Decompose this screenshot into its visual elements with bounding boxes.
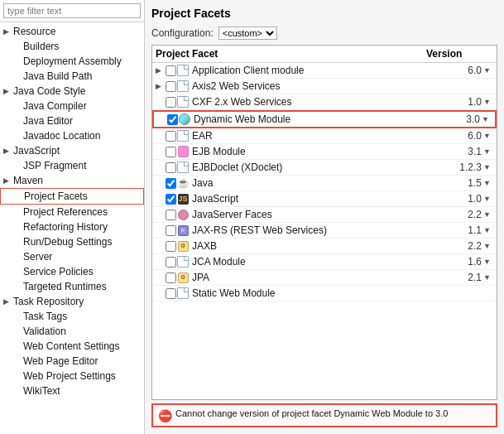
sidebar-item[interactable]: ▶Resource [0, 24, 144, 39]
version-dropdown-icon[interactable]: ▼ [483, 258, 493, 266]
jar-icon [176, 145, 190, 158]
facet-row: ▶Axis2 Web Services [152, 79, 497, 94]
version-dropdown-icon[interactable]: ▼ [483, 273, 493, 282]
facet-version-value: 1.1 [450, 224, 483, 236]
facet-name-label: EJBDoclet (XDoclet) [192, 162, 450, 173]
facet-checkbox[interactable] [166, 272, 176, 283]
facet-checkbox[interactable] [166, 194, 176, 205]
sidebar-item-label: Task Repository [13, 296, 84, 307]
sidebar-item[interactable]: Builders [0, 39, 144, 54]
version-dropdown-icon[interactable]: ▼ [483, 163, 493, 171]
version-dropdown-icon[interactable]: ▼ [483, 242, 493, 250]
version-dropdown-icon[interactable]: ▼ [483, 210, 493, 219]
facet-name-label: EJB Module [192, 146, 450, 157]
expand-arrow-icon: ▶ [3, 176, 12, 185]
config-select[interactable]: <custom> [218, 27, 277, 40]
sidebar-item-label: Run/Debug Settings [23, 236, 112, 248]
expand-arrow-icon: ▶ [3, 147, 12, 155]
version-dropdown-icon[interactable]: ▼ [483, 179, 493, 187]
version-dropdown-icon[interactable]: ▼ [483, 226, 493, 234]
facet-checkbox[interactable] [166, 162, 176, 173]
sidebar-item[interactable]: ▶Maven [0, 173, 144, 188]
sidebar-item[interactable]: Service Policies [0, 264, 144, 279]
facet-checkbox[interactable] [166, 210, 176, 220]
page-icon [176, 80, 190, 93]
sidebar-item-label: Builders [23, 41, 59, 52]
facet-checkbox[interactable] [166, 81, 176, 92]
facet-row: ☕Java1.5▼ [152, 176, 497, 191]
version-dropdown-icon[interactable]: ▼ [483, 195, 493, 203]
facet-checkbox[interactable] [166, 65, 176, 76]
error-panel: ⛔ Cannot change version of project facet… [151, 403, 497, 427]
facet-checkbox[interactable] [166, 241, 176, 252]
facet-name-label: JAXB [192, 240, 450, 252]
version-dropdown-icon[interactable]: ▼ [483, 132, 493, 140]
sidebar-item[interactable]: JSP Fragment [0, 158, 144, 173]
sidebar-item-label: Java Build Path [23, 70, 92, 82]
sidebar-item-label: Web Project Settings [23, 370, 116, 382]
sidebar-item[interactable]: Java Build Path [0, 69, 144, 84]
sidebar-item[interactable]: ▶JavaScript [0, 143, 144, 158]
facets-scroll-area[interactable]: ▶Application Client module6.0▼▶Axis2 Web… [152, 63, 497, 399]
facet-col-header: Project Facet [156, 48, 423, 60]
sidebar-item[interactable]: Javadoc Location [0, 128, 144, 143]
page-icon [176, 161, 190, 174]
sidebar-item[interactable]: Server [0, 249, 144, 264]
facet-checkbox[interactable] [166, 257, 176, 268]
facet-expand-icon[interactable]: ▶ [156, 82, 164, 90]
page-icon [176, 129, 190, 142]
page-icon [176, 287, 190, 300]
facet-name-label: JavaServer Faces [192, 209, 450, 220]
facet-checkbox[interactable] [166, 288, 176, 299]
facets-header: Project Facet Version [152, 46, 497, 63]
sidebar-item[interactable]: Web Page Editor [0, 354, 144, 369]
version-dropdown-icon[interactable]: ▼ [482, 115, 492, 123]
sidebar-item[interactable]: Java Editor [0, 113, 144, 128]
sidebar-item[interactable]: Project References [0, 205, 144, 219]
facet-version-value: 1.2.3 [450, 162, 483, 173]
version-dropdown-icon[interactable]: ▼ [483, 98, 493, 106]
facet-checkbox[interactable] [166, 147, 176, 157]
facet-checkbox[interactable] [166, 178, 176, 189]
facet-version-value: 2.2 [450, 209, 483, 220]
facet-version-value: 3.1 [450, 146, 483, 157]
expand-arrow-icon: ▶ [3, 27, 12, 36]
facet-expand-icon[interactable]: ▶ [156, 66, 164, 75]
facet-checkbox[interactable] [166, 97, 176, 108]
sidebar-item[interactable]: Web Project Settings [0, 369, 144, 383]
sidebar-item[interactable]: Deployment Assembly [0, 54, 144, 69]
facet-name-label: JCA Module [192, 256, 450, 268]
sidebar-item[interactable]: Run/Debug Settings [0, 234, 144, 249]
sidebar-item[interactable]: Task Tags [0, 309, 144, 324]
facet-name-label: Java [192, 177, 450, 189]
sidebar-item-label: JavaScript [13, 145, 60, 157]
version-dropdown-icon[interactable]: ▼ [483, 147, 493, 156]
sidebar-item-label: Java Compiler [23, 100, 87, 112]
facet-row: JavaServer Faces2.2▼ [152, 207, 497, 223]
sidebar-item[interactable]: Validation [0, 324, 144, 339]
main-panel: Project Facets Configuration: <custom> P… [145, 0, 504, 434]
sidebar-item-label: Project Facets [24, 190, 88, 202]
sidebar-item[interactable]: Web Content Settings [0, 339, 144, 354]
sidebar-item[interactable]: Java Compiler [0, 99, 144, 113]
sidebar-item[interactable]: Targeted Runtimes [0, 279, 144, 294]
facet-name-label: Axis2 Web Services [192, 80, 450, 92]
sidebar-item-label: Javadoc Location [23, 130, 100, 142]
facet-checkbox[interactable] [166, 225, 176, 236]
facet-name-label: JAX-RS (REST Web Services) [192, 224, 450, 236]
sidebar-item[interactable]: Project Facets [0, 188, 144, 205]
sidebar-item[interactable]: ▶Java Code Style [0, 84, 144, 99]
sidebar-item[interactable]: WikiText [0, 383, 144, 398]
facet-version-value: 1.0 [450, 96, 483, 108]
sidebar-item-label: WikiText [23, 385, 60, 397]
facet-name-label: Dynamic Web Module [194, 113, 449, 125]
sidebar-item[interactable]: Refactoring History [0, 219, 144, 234]
sidebar-item[interactable]: ▶Task Repository [0, 294, 144, 309]
facet-version-value: 1.6 [450, 256, 483, 268]
facet-checkbox[interactable] [166, 131, 176, 142]
version-dropdown-icon[interactable]: ▼ [483, 66, 493, 75]
filter-input[interactable] [3, 3, 141, 18]
facet-checkbox[interactable] [167, 114, 178, 125]
sidebar-item-label: Java Editor [23, 115, 73, 127]
page-icon [176, 255, 190, 268]
